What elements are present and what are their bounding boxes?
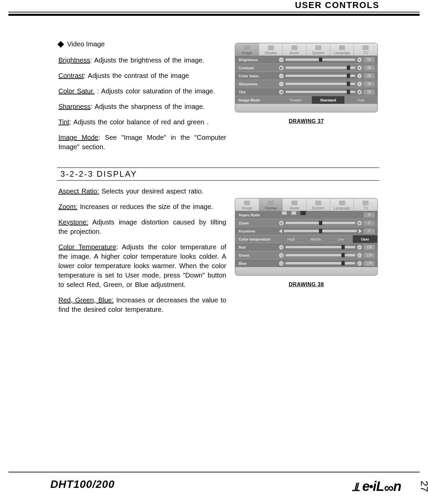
- label-tint: Tint: [235, 90, 279, 94]
- language-icon: [339, 201, 345, 205]
- definition-brightness: Brightness: Adjusts the brightness of th…: [58, 55, 226, 65]
- label-sharpness: Sharpness: [235, 82, 279, 86]
- row-brightness[interactable]: Brightness ☼☀ 50: [235, 55, 377, 64]
- aspect-opt-2-icon[interactable]: [291, 211, 296, 215]
- language-icon: [339, 45, 345, 50]
- row-image-mode[interactable]: Image Mode Theater Standard User: [235, 96, 377, 104]
- row-blue[interactable]: Blue ◁▷ 128: [235, 259, 377, 267]
- desc-aspect-ratio: Selects your desired aspect ratio.: [99, 187, 203, 195]
- term-aspect-ratio: Aspect Ratio:: [58, 187, 99, 195]
- tab-language-label-38: Language: [334, 206, 350, 210]
- term-rgb: Red, Green, Blue:: [58, 296, 113, 304]
- definition-tint: Tint: Adjusts the color balance of red a…: [58, 117, 226, 127]
- desc-contrast: : Adjusts the contrast of the image: [84, 72, 189, 79]
- slider-blue[interactable]: [286, 262, 355, 264]
- label-contrast: Contrast: [235, 66, 279, 70]
- aspect-opt-1-icon[interactable]: [282, 211, 287, 215]
- row-contrast[interactable]: Contrast ◐● 50: [235, 64, 377, 72]
- label-red: Red: [235, 245, 279, 249]
- brand-logo-text: ⫫eiL∞n: [350, 479, 401, 494]
- row-red[interactable]: Red ◁▷ 128: [235, 243, 377, 251]
- diamond-bullet-icon: [57, 41, 64, 48]
- tab-image-label-38: Image: [242, 206, 252, 210]
- caption-drawing-38: DRAWING 38: [235, 282, 378, 288]
- osd-panel-37: Image Display Audio System Language TV B…: [235, 43, 378, 112]
- tab-system-38[interactable]: System: [306, 199, 330, 211]
- row-zoom[interactable]: Zoom ⊖⊕ 0: [235, 219, 377, 227]
- image-icon: [244, 201, 250, 205]
- tab-language[interactable]: Language: [330, 43, 354, 55]
- term-color-satur: Color Satur.: [58, 87, 95, 95]
- row-green[interactable]: Green ◁▷ 128: [235, 251, 377, 259]
- plus-icon: ▷: [357, 261, 362, 266]
- tab-image-38[interactable]: Image: [235, 199, 259, 211]
- tab-tv-38[interactable]: TV: [354, 199, 377, 211]
- value-tint: 50: [363, 89, 375, 95]
- slider-zoom[interactable]: [286, 222, 355, 224]
- aspect-opt-3-icon[interactable]: [300, 211, 306, 215]
- zoom-out-icon: ⊖: [279, 221, 284, 225]
- slider-sharpness[interactable]: [286, 83, 355, 85]
- row-aspect-ratio[interactable]: Aspec Ratio III: [235, 211, 377, 219]
- term-contrast: Contrast: [58, 72, 84, 79]
- opt-high[interactable]: High: [279, 235, 303, 243]
- slider-red[interactable]: [286, 246, 355, 248]
- keystone-left-icon: [279, 229, 282, 233]
- slider-brightness[interactable]: [286, 58, 355, 61]
- image-icon: [244, 45, 250, 50]
- tab-display[interactable]: Display: [259, 43, 283, 55]
- slider-tint[interactable]: [286, 91, 355, 93]
- header-rule-thick: [8, 14, 420, 16]
- header-rule-thin: [8, 12, 420, 12]
- value-green: 128: [363, 252, 375, 258]
- value-blue: 128: [363, 260, 375, 266]
- opt-user[interactable]: User: [344, 96, 377, 104]
- minus-icon: ◁: [279, 253, 284, 258]
- opt-middle[interactable]: Middle: [303, 235, 328, 243]
- tab-audio-38[interactable]: Audio: [283, 199, 306, 211]
- row-sharpness[interactable]: Sharpness ◦• 50: [235, 80, 377, 88]
- opt-standard[interactable]: Standard: [312, 96, 345, 104]
- tab-language-38[interactable]: Language: [330, 199, 354, 211]
- slider-keystone[interactable]: [284, 230, 357, 232]
- definition-image-mode: Image Mode: See "Image Mode" in the "Com…: [58, 133, 226, 152]
- slider-green[interactable]: [286, 254, 355, 256]
- osd-tabs-38: Image Display Audio System Language TV: [235, 199, 377, 211]
- satur-high-icon: ▪: [357, 74, 362, 78]
- opt-low[interactable]: Low: [328, 235, 353, 243]
- slider-contrast[interactable]: [286, 67, 355, 69]
- term-sharpness: Sharpness: [58, 103, 91, 110]
- opt-user-ct[interactable]: User: [353, 235, 377, 243]
- value-contrast: 50: [363, 65, 375, 71]
- desc-sharpness: : Adjusts the sharpness of the image.: [91, 103, 205, 110]
- tab-image[interactable]: Image: [235, 43, 259, 55]
- slider-color-satur[interactable]: [286, 75, 355, 77]
- caption-drawing-37: DRAWING 37: [235, 118, 378, 124]
- tab-audio[interactable]: Audio: [283, 43, 306, 55]
- tab-tv[interactable]: TV: [354, 43, 377, 55]
- label-aspect-ratio: Aspec Ratio: [235, 213, 279, 217]
- definition-rgb: Red, Green, Blue: Increases or decreases…: [58, 295, 226, 314]
- value-red: 128: [363, 244, 375, 250]
- plus-icon: ▷: [357, 245, 362, 250]
- opt-theater[interactable]: Theater: [279, 96, 312, 104]
- drawing-37: Image Display Audio System Language TV B…: [235, 43, 378, 124]
- section-heading-display: 3-2-2-3 DISPLAY: [57, 167, 379, 181]
- page-number: 27: [419, 481, 428, 492]
- row-color-temp[interactable]: Color temperature High Middle Low User: [235, 235, 377, 243]
- definition-color-satur: Color Satur. : Adjusts color saturation …: [58, 86, 226, 96]
- value-zoom: 0: [363, 220, 375, 226]
- minus-icon: ◁: [279, 261, 284, 266]
- tab-system[interactable]: System: [306, 43, 330, 55]
- osd-panel-38: Image Display Audio System Language TV A…: [235, 198, 378, 276]
- desc-brightness: : Adjusts the brightness of the image.: [90, 56, 204, 64]
- tab-display-38[interactable]: Display: [259, 199, 283, 211]
- row-color-satur[interactable]: Color Satur. ▫▪ 50: [235, 72, 377, 80]
- contrast-low-icon: ◐: [279, 66, 284, 70]
- row-tint[interactable]: Tint ⬗⬖ 50: [235, 88, 377, 96]
- sharp-high-icon: •: [357, 82, 362, 86]
- row-keystone[interactable]: Keystone 0: [235, 227, 377, 235]
- footer-model: DHT100/200: [50, 478, 114, 491]
- satur-low-icon: ▫: [279, 74, 284, 78]
- tab-tv-label: TV: [363, 51, 368, 55]
